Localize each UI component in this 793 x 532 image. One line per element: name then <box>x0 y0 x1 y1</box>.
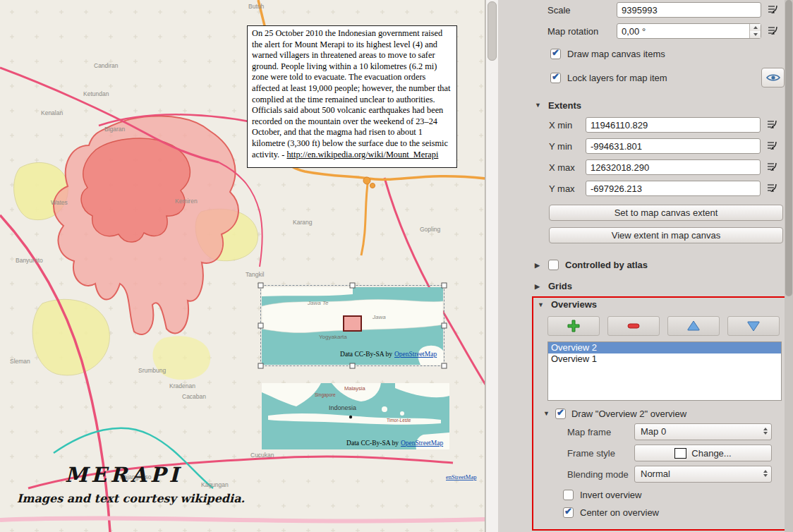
scale-data-defined-button[interactable] <box>764 2 781 18</box>
set-visibility-button[interactable] <box>761 68 785 87</box>
ymin-data-defined-button[interactable] <box>763 138 780 154</box>
merapi-location-dot <box>349 416 352 418</box>
xmax-row: X max <box>549 159 785 175</box>
map-credit-fragment: enStreetMap <box>446 473 476 480</box>
inset-java-region1-label: Jawa Te <box>307 300 329 306</box>
draw-overview-row: ▼ Draw "Overview 2" overview <box>543 408 782 419</box>
map-subtitle[interactable]: Images and text courtesy wikipedia. <box>17 492 245 505</box>
rotation-data-defined-button[interactable] <box>764 23 781 39</box>
controlled-by-atlas-checkbox[interactable] <box>548 260 559 270</box>
overview-inset-indonesia[interactable]: Malaysia Singapore Indonesia Timor-Leste… <box>262 383 449 449</box>
spin-up-icon <box>753 26 758 29</box>
collapse-down-icon: ▼ <box>538 301 545 308</box>
annotation-text: On 25 October 2010 the Indonesian govern… <box>252 28 450 159</box>
scale-input[interactable] <box>617 2 761 18</box>
ymax-input[interactable] <box>586 181 761 196</box>
view-extent-in-canvas-button[interactable]: View extent in map canvas <box>549 227 783 243</box>
place-label: Wates <box>51 199 68 206</box>
place-label: Tangkil <box>246 271 265 278</box>
extents-section-header[interactable]: ▼ Extents <box>535 99 785 111</box>
place-label: Srumbung <box>138 367 166 374</box>
place-label: Butuh <box>248 3 264 10</box>
overview-list-item[interactable]: Overview 1 <box>548 353 781 365</box>
draw-overview-checkbox[interactable] <box>555 409 566 419</box>
map-rotation-spinner[interactable] <box>617 23 761 39</box>
lock-layers-checkbox[interactable] <box>550 73 561 83</box>
ymin-label: Y min <box>549 141 583 152</box>
draw-canvas-items-row: Draw map canvas items <box>550 48 785 59</box>
map-frame-value: Map 0 <box>641 426 666 437</box>
xmin-label: X min <box>549 120 583 131</box>
overview-inset-java[interactable]: Jawa Te Jawa Yogyakarta Data CC-By-SA by… <box>258 283 447 368</box>
extents-title: Extents <box>548 100 581 111</box>
panel-scrollbar[interactable] <box>785 0 793 532</box>
place-label: Karang <box>293 219 313 226</box>
map-rotation-input[interactable] <box>617 23 761 39</box>
xmax-label: X max <box>549 162 583 173</box>
draw-overview-label: Draw "Overview 2" overview <box>571 409 686 419</box>
extent-indicator <box>344 316 361 331</box>
add-overview-button[interactable] <box>547 316 600 336</box>
collapse-down-icon: ▼ <box>535 102 542 109</box>
inset-indonesia-indonesia-label: Indonesia <box>329 404 356 411</box>
data-defined-icon <box>765 182 778 195</box>
move-overview-down-button[interactable] <box>727 316 780 336</box>
map-title[interactable]: MERAPI <box>65 463 182 487</box>
draw-canvas-items-checkbox[interactable] <box>550 49 561 59</box>
map-frame-combo[interactable]: Map 0 <box>634 423 772 440</box>
eye-icon <box>766 73 780 83</box>
overview-list[interactable]: Overview 2 Overview 1 <box>547 341 782 401</box>
place-label: Bigaran <box>104 126 126 133</box>
overviews-title: Overviews <box>551 299 597 310</box>
center-on-overview-row: Center on overview <box>563 507 782 518</box>
remove-overview-button[interactable] <box>607 316 660 336</box>
combo-arrows-icon <box>763 470 768 477</box>
xmin-data-defined-button[interactable] <box>763 117 780 133</box>
panel-scrollbar-thumb[interactable] <box>785 0 792 296</box>
map-rotation-label: Map rotation <box>535 26 614 37</box>
set-to-canvas-extent-button[interactable]: Set to map canvas extent <box>549 205 783 221</box>
xmax-data-defined-button[interactable] <box>763 159 780 175</box>
place-label: Banyuroto <box>16 257 43 264</box>
ymin-row: Y min <box>549 138 785 154</box>
inset-indonesia-credit: Data CC-By-SA by <box>346 440 399 447</box>
data-defined-icon <box>765 119 778 131</box>
ymax-data-defined-button[interactable] <box>763 181 780 196</box>
inset-indonesia-timor-label: Timor-Leste <box>387 418 411 423</box>
frame-style-button-label: Change... <box>691 448 731 459</box>
ymax-label: Y max <box>549 183 583 194</box>
spin-up-button[interactable] <box>750 24 761 31</box>
place-label: Cacaban <box>182 393 206 400</box>
xmax-input[interactable] <box>586 159 761 175</box>
frame-style-change-button[interactable]: Change... <box>634 445 772 461</box>
frame-style-label: Frame style <box>567 448 634 459</box>
blending-mode-row: Blending mode Normal <box>567 466 782 483</box>
composer-map-canvas[interactable]: Butuh Candiran Ketundan Kenalan Bigaran … <box>0 0 485 532</box>
grids-section-header[interactable]: ▶ Grids <box>535 280 785 292</box>
lock-layers-row: Lock layers for map item <box>535 68 785 87</box>
overview-list-item-selected[interactable]: Overview 2 <box>548 342 781 353</box>
place-label: Kagungan <box>201 481 229 488</box>
grids-title: Grids <box>548 281 572 291</box>
frame-style-row: Frame style Change... <box>567 445 782 461</box>
spin-down-button[interactable] <box>750 31 761 38</box>
overviews-toolbar <box>547 316 782 336</box>
overviews-section-header[interactable]: ▼ Overviews <box>538 299 782 310</box>
blending-mode-value: Normal <box>641 468 670 479</box>
data-defined-icon <box>766 25 779 37</box>
place-label: Kradenan <box>169 382 195 389</box>
inset-indonesia-credit-link[interactable]: OpenStreetMap <box>401 440 443 447</box>
place-label: Cucukan <box>250 452 274 459</box>
ymin-input[interactable] <box>586 138 761 154</box>
map-frame-label: Map frame <box>567 427 634 437</box>
xmin-input[interactable] <box>586 117 761 133</box>
move-overview-up-button[interactable] <box>667 316 720 336</box>
blending-mode-combo[interactable]: Normal <box>634 466 772 483</box>
center-on-overview-checkbox[interactable] <box>563 507 574 518</box>
text-annotation-item[interactable]: On 25 October 2010 the Indonesian govern… <box>247 25 457 168</box>
controlled-by-atlas-header[interactable]: ▶ Controlled by atlas <box>535 259 785 271</box>
inset-java-credit-link[interactable]: OpenStreetMap <box>394 351 437 358</box>
invert-overview-checkbox[interactable] <box>563 490 574 500</box>
map-scrollbar[interactable] <box>485 0 498 532</box>
map-scrollbar-thumb[interactable] <box>488 1 497 61</box>
